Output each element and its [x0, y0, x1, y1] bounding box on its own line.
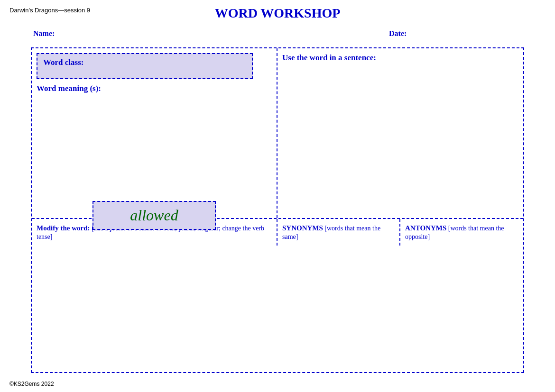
bottom-right-section: ANTONYMS [words that mean the opposite]	[400, 219, 523, 246]
modify-word-bold: Modify the word:	[37, 224, 90, 232]
word-class-box: Word class:	[37, 53, 253, 79]
top-row: Word class: Word meaning (s): allowed Us…	[32, 48, 523, 219]
synonyms-label: SYNONYMS [words that mean the same]	[282, 224, 395, 241]
bottom-middle-section: SYNONYMS [words that mean the same]	[278, 219, 400, 246]
word-meaning-label: Word meaning (s):	[37, 84, 272, 93]
name-label: Name:	[33, 29, 55, 38]
antonyms-label: ANTONYMS [words that mean the opposite]	[405, 224, 518, 241]
date-label: Date:	[389, 29, 407, 38]
synonyms-bold: SYNONYMS	[282, 224, 323, 232]
use-word-label: Use the word in a sentence:	[282, 53, 518, 63]
main-container: Word class: Word meaning (s): allowed Us…	[31, 47, 524, 373]
center-word-box: allowed	[92, 201, 216, 230]
copyright-label: ©KS2Gems 2022	[9, 381, 54, 387]
top-left-section: Word class: Word meaning (s): allowed	[32, 48, 278, 218]
antonyms-bold: ANTONYMS	[405, 224, 446, 232]
top-right-section: Use the word in a sentence:	[278, 48, 523, 218]
word-class-label: Word class:	[43, 58, 83, 67]
word-center-container: allowed	[92, 201, 216, 230]
page-title: WORD WORKSHOP	[0, 6, 555, 21]
